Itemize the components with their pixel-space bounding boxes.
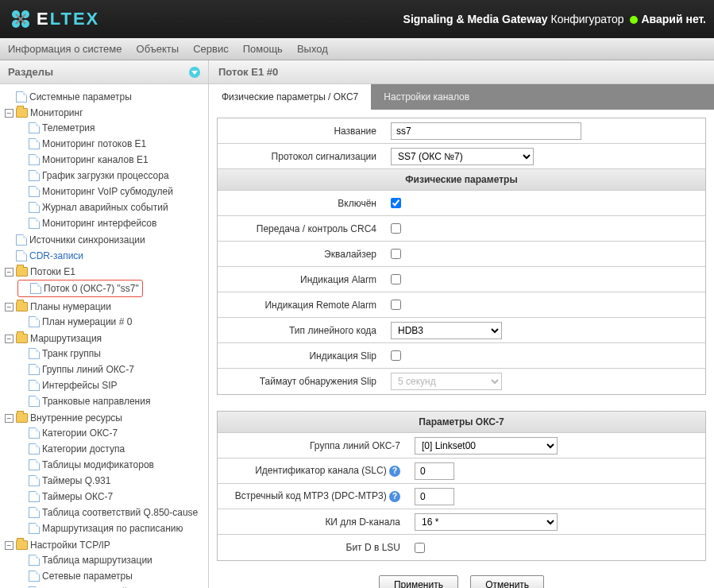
apply-button[interactable]: Применить (379, 575, 458, 588)
menu-info[interactable]: Информация о системе (8, 43, 122, 55)
tree-trunk-groups[interactable]: Транк группы (17, 346, 205, 361)
tree-oks7-timers[interactable]: Таймеры ОКС-7 (17, 489, 205, 504)
checkbox-equalizer[interactable] (391, 249, 401, 259)
tree-q931-timers[interactable]: Таймеры Q.931 (17, 474, 205, 488)
file-icon (29, 571, 40, 582)
checkbox-alarm[interactable] (391, 274, 401, 284)
tree-route-table[interactable]: Таблица маршрутизации (17, 553, 205, 567)
tree-net-params[interactable]: Сетевые параметры (17, 569, 205, 583)
checkbox-enabled[interactable] (391, 198, 401, 208)
input-dpc[interactable] (415, 488, 454, 505)
tree-q850-table[interactable]: Таблица соответствий Q.850-cause (17, 505, 205, 520)
tree-e1-stream-0[interactable]: Поток 0 (ОКС-7) "ss7" (17, 280, 143, 297)
tree-mon-e1-channels[interactable]: Мониторинг каналов E1 (17, 153, 205, 167)
tree-dial-plan-0[interactable]: План нумерации # 0 (17, 315, 205, 329)
logo-text-ltex: LTEX (50, 9, 100, 29)
label-protocol: Протокол сигнализации (218, 146, 384, 167)
label-linecode: Тип линейного кода (218, 320, 384, 341)
help-icon[interactable]: ? (389, 466, 400, 477)
collapse-toggle-icon[interactable]: − (5, 414, 14, 423)
file-icon (29, 555, 40, 566)
menu-service[interactable]: Сервис (193, 43, 229, 55)
tree-trunk-dirs[interactable]: Транковые направления (17, 394, 205, 408)
tree-monitoring[interactable]: −Мониторинг (5, 106, 205, 120)
file-icon (29, 138, 40, 149)
select-linecode[interactable]: HDB3 (391, 322, 502, 339)
file-icon (29, 507, 40, 518)
tree-oks7-linksets[interactable]: Группы линий ОКС-7 (17, 362, 205, 377)
cancel-button[interactable]: Отменить (470, 575, 544, 588)
tree-telemetry[interactable]: Телеметрия (17, 121, 205, 135)
tree-cdr[interactable]: CDR-записи (5, 249, 205, 263)
checkbox-bit-d[interactable] (415, 543, 425, 553)
select-linkset[interactable]: [0] Linkset00 (415, 437, 558, 455)
sidebar-title: Разделы (8, 66, 53, 78)
tree-system-params[interactable]: Системные параметры (5, 90, 205, 104)
checkbox-remote-alarm[interactable] (391, 300, 401, 310)
collapse-toggle-icon[interactable]: − (5, 303, 14, 311)
select-protocol[interactable]: SS7 (ОКС №7) (391, 148, 534, 165)
file-icon (29, 523, 40, 534)
tree-sync-sources[interactable]: Источники синхронизации (5, 233, 205, 247)
sidebar-header: Разделы (0, 60, 208, 84)
main-panel: Поток E1 #0 Физические параметры / ОКС7 … (209, 60, 714, 588)
file-icon (29, 316, 40, 327)
checkbox-slip[interactable] (391, 350, 401, 361)
tab-physical[interactable]: Физические параметры / ОКС7 (209, 84, 371, 110)
menu-help[interactable]: Помощь (243, 43, 283, 55)
tree-oks7-cat[interactable]: Категории ОКС-7 (17, 426, 205, 440)
select-slip-timeout: 5 секунд (391, 373, 502, 390)
file-icon (29, 170, 40, 181)
file-icon (29, 459, 40, 470)
help-icon[interactable]: ? (389, 491, 400, 502)
file-icon (29, 218, 40, 229)
tab-channels[interactable]: Настройки каналов (371, 84, 482, 110)
tree-internal-res[interactable]: −Внутренние ресурсы (5, 411, 205, 425)
tree-voip-mon[interactable]: Мониторинг VoIP субмодулей (17, 184, 205, 199)
tree-net-ifaces[interactable]: Сетевые интерфейсы (17, 585, 205, 588)
file-icon (16, 234, 27, 246)
collapse-toggle-icon[interactable]: − (5, 109, 14, 118)
tree-alarm-log[interactable]: Журнал аварийных событий (17, 200, 205, 215)
tree-iface-mon[interactable]: Мониторинг интерфейсов (17, 216, 205, 230)
label-linkset: Группа линий ОКС-7 (218, 435, 408, 456)
label-equalizer: Эквалайзер (218, 244, 384, 265)
folder-icon (16, 540, 28, 550)
logo-text-e: E (37, 9, 50, 29)
file-icon (29, 186, 40, 197)
label-slip: Индикация Slip (218, 346, 384, 366)
logo-icon (8, 6, 33, 32)
collapse-toggle-icon[interactable]: − (5, 335, 14, 343)
collapse-toggle-icon[interactable]: − (5, 268, 14, 277)
nav-tree: Системные параметры −Мониторинг Телеметр… (0, 84, 208, 588)
label-enabled: Включён (218, 193, 384, 214)
file-icon (29, 380, 40, 391)
checkbox-crc4[interactable] (391, 223, 401, 234)
header-title: Signaling & Media Gateway Конфигуратор А… (403, 13, 706, 25)
button-row: Применить Отменить (209, 569, 714, 588)
menu-objects[interactable]: Объекты (137, 43, 179, 55)
label-remote-alarm: Индикация Remote Alarm (218, 295, 384, 315)
menu-exit[interactable]: Выход (297, 43, 328, 55)
folder-icon (16, 334, 28, 343)
select-d-channel[interactable]: 16 * (415, 513, 558, 531)
file-icon (29, 396, 40, 407)
tree-cpu-chart[interactable]: График загрузки процессора (17, 168, 205, 183)
tree-access-cat[interactable]: Категории доступа (17, 442, 205, 456)
tree-mod-tables[interactable]: Таблицы модификаторов (17, 458, 205, 472)
input-slc[interactable] (415, 462, 454, 480)
file-icon (29, 348, 40, 359)
label-name: Название (218, 121, 384, 141)
collapse-icon[interactable] (189, 67, 200, 78)
collapse-toggle-icon[interactable]: − (5, 541, 14, 550)
app-header: ELTEX Signaling & Media Gateway Конфигур… (0, 0, 714, 38)
input-name[interactable] (391, 122, 581, 140)
tree-dial-plans[interactable]: −Планы нумерации (5, 300, 205, 314)
tree-routing[interactable]: −Маршрутизация (5, 331, 205, 346)
tree-sip-ifaces[interactable]: Интерфейсы SIP (17, 378, 205, 393)
tree-e1-streams[interactable]: −Потоки E1 (5, 265, 205, 279)
tree-sched-routing[interactable]: Маршрутизация по расписанию (17, 521, 205, 536)
file-icon (16, 250, 27, 261)
tree-mon-e1-streams[interactable]: Мониторинг потоков E1 (17, 137, 205, 151)
tree-tcpip[interactable]: −Настройки TCP/IP (5, 538, 205, 552)
